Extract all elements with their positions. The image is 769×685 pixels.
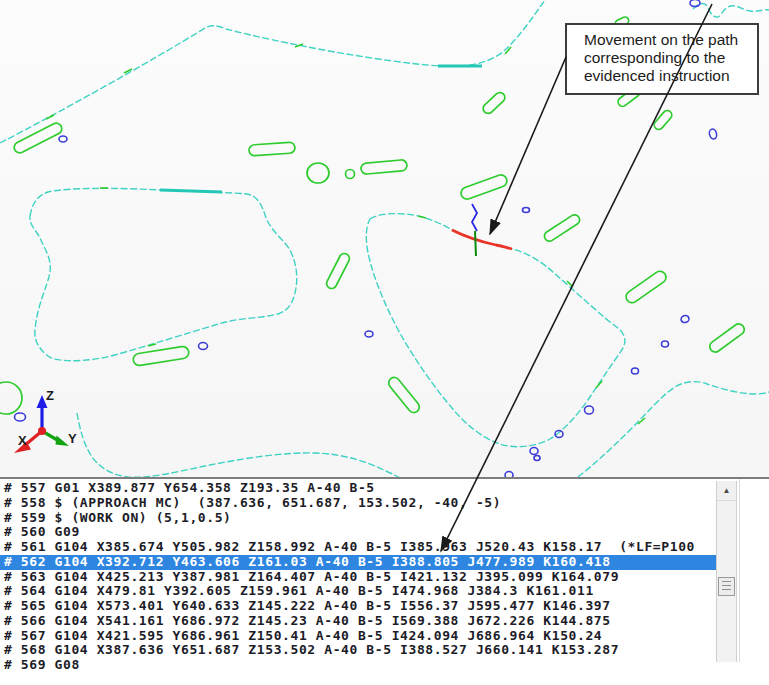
- scroll-up-button[interactable]: ▲: [717, 482, 736, 501]
- edge-pocket: [0, 382, 22, 414]
- toolpath-bold-segments: [160, 66, 482, 192]
- contour-triangle-island: [366, 214, 625, 447]
- gcode-line-selected[interactable]: # 562 G104 X392.712 Y463.606 Z161.03 A-4…: [0, 555, 716, 570]
- gcode-line[interactable]: # 561 G104 X385.674 Y505.982 Z158.992 A-…: [0, 540, 716, 555]
- thumb-grip: [722, 589, 731, 590]
- gcode-line[interactable]: # 558 $ (APPROACH MC) (387.636, 651.687,…: [0, 496, 716, 511]
- panel-right-edge: [739, 479, 740, 662]
- thumb-grip: [722, 585, 731, 586]
- axis-y-label: Y: [68, 431, 77, 446]
- contour-top-right-squiggle: [693, 3, 769, 17]
- scrollbar-thumb[interactable]: [718, 577, 735, 596]
- gcode-line[interactable]: # 569 G08: [0, 658, 716, 673]
- axis-y-arrowhead: [56, 436, 70, 447]
- gcode-line[interactable]: # 563 G104 X425.213 Y387.981 Z164.407 A-…: [0, 570, 716, 585]
- tool-axis-green: [475, 231, 476, 256]
- gcode-line[interactable]: # 559 $ (WORK ON) (5,1,0.5): [0, 511, 716, 526]
- gcode-line[interactable]: # 565 G104 X573.401 Y640.633 Z145.222 A-…: [0, 599, 716, 614]
- highlighted-move-segment: [452, 230, 512, 249]
- vertical-scrollbar[interactable]: ▲: [716, 481, 737, 662]
- gcode-panel: # 557 G01 X389.877 Y654.358 Z193.35 A-40…: [0, 477, 769, 685]
- gcode-line[interactable]: # 567 G104 X421.595 Y686.961 Z150.41 A-4…: [0, 629, 716, 644]
- annotation-line-2: corresponding to the: [584, 49, 753, 67]
- thumb-grip: [722, 581, 731, 582]
- gcode-line[interactable]: # 566 G104 X541.161 Y686.972 Z145.23 A-4…: [0, 614, 716, 629]
- gcode-line[interactable]: # 557 G01 X389.877 Y654.358 Z193.35 A-40…: [0, 481, 716, 496]
- contour-bottom-right: [578, 382, 769, 477]
- axis-x-label: X: [18, 433, 27, 448]
- small-pocket: [346, 170, 355, 179]
- contour-bottom-left: [77, 413, 400, 477]
- cam-simulation-window: Z X Y Movement on the path corresponding…: [0, 0, 769, 685]
- tool-marker: [472, 204, 477, 256]
- pocket-blob: [307, 163, 329, 183]
- gcode-listing: # 557 G01 X389.877 Y654.358 Z193.35 A-40…: [0, 481, 716, 673]
- axis-z-label: Z: [46, 388, 54, 403]
- gcode-line[interactable]: # 560 G09: [0, 525, 716, 540]
- annotation-callout: Movement on the path corresponding to th…: [565, 23, 759, 95]
- tool-axis-blue: [472, 204, 477, 231]
- gcode-line[interactable]: # 568 G104 X387.636 Y651.687 Z153.502 A-…: [0, 643, 716, 658]
- annotation-line-1: Movement on the path: [584, 31, 753, 49]
- scroll-up-icon: ▲: [723, 486, 731, 495]
- axis-origin: [38, 427, 46, 435]
- direction-ticks: [46, 44, 645, 424]
- contour-upper-blob: [30, 188, 297, 360]
- annotation-line-3: evidenced instruction: [584, 67, 753, 85]
- gcode-line[interactable]: # 564 G104 X479.81 Y392.605 Z159.961 A-4…: [0, 584, 716, 599]
- contour-top-diagonal: [0, 0, 545, 143]
